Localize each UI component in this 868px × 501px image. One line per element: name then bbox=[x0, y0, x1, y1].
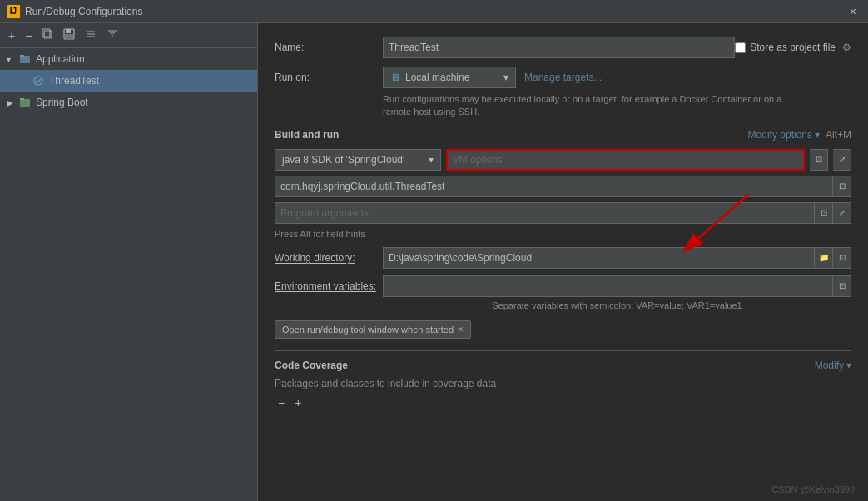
dropdown-caret: ▾ bbox=[503, 72, 508, 83]
copy-icon bbox=[42, 28, 53, 40]
svg-rect-9 bbox=[20, 98, 24, 100]
program-args-input[interactable] bbox=[275, 202, 815, 224]
sidebar-item-threadtest-label: ThreadTest bbox=[49, 75, 99, 87]
env-vars-expand-btn[interactable]: ⊡ bbox=[833, 275, 851, 297]
name-input[interactable] bbox=[383, 37, 735, 58]
modify-options-label: Modify options bbox=[748, 129, 812, 141]
modify-options-button[interactable]: Modify options ▾ Alt+M bbox=[748, 129, 851, 141]
class-expand-btn[interactable]: ⊡ bbox=[833, 176, 851, 197]
program-args-expand-btn[interactable]: ⊡ bbox=[815, 202, 833, 224]
program-args-row: ⊡ ⤢ bbox=[275, 202, 851, 224]
config-icon bbox=[32, 75, 44, 87]
sort-icon bbox=[107, 28, 118, 40]
move-icon bbox=[85, 28, 97, 40]
watermark: CSDN @Kelvin3999 bbox=[771, 484, 855, 494]
run-on-dropdown[interactable]: 🖥 Local machine ▾ bbox=[383, 67, 516, 88]
copy-config-button[interactable] bbox=[38, 27, 57, 44]
modify-options-shortcut: Alt+M bbox=[826, 129, 851, 141]
sep-hint: Separate variables with semicolon: VAR=v… bbox=[383, 300, 851, 310]
press-alt-hint: Press Alt for field hints bbox=[275, 229, 851, 239]
tag-row: Open run/debug tool window when started … bbox=[275, 320, 851, 339]
working-dir-label: Working directory: bbox=[275, 252, 383, 264]
sidebar-item-application-label: Application bbox=[36, 53, 85, 65]
sidebar-item-application[interactable]: ▾ Application bbox=[0, 48, 257, 70]
remove-config-button[interactable]: − bbox=[22, 27, 35, 44]
store-as-project-label: Store as project file bbox=[750, 42, 836, 53]
sidebar: + − bbox=[0, 23, 258, 501]
spring-folder-icon bbox=[19, 97, 31, 108]
store-as-project-checkbox[interactable] bbox=[735, 42, 746, 53]
coverage-modify-button[interactable]: Modify ▾ bbox=[815, 360, 851, 371]
vm-options-fullscreen-btn[interactable]: ⤢ bbox=[833, 149, 851, 171]
open-tool-window-tag: Open run/debug tool window when started … bbox=[275, 320, 471, 339]
manage-targets-link[interactable]: Manage targets... bbox=[524, 72, 602, 83]
main-container: + − bbox=[0, 23, 868, 501]
packages-label: Packages and classes to include in cover… bbox=[275, 378, 851, 389]
build-run-section-header: Build and run Modify options ▾ Alt+M bbox=[275, 129, 851, 141]
vm-options-input[interactable] bbox=[446, 149, 805, 171]
springboot-icon bbox=[18, 96, 32, 109]
program-args-fullscreen-btn[interactable]: ⤢ bbox=[833, 202, 851, 224]
svg-rect-1 bbox=[42, 29, 50, 37]
build-run-title: Build and run bbox=[275, 129, 339, 141]
svg-rect-5 bbox=[20, 56, 30, 63]
java-sdk-dropdown[interactable]: java 8 SDK of 'SpringCloud' ▾ bbox=[275, 149, 441, 171]
expand-arrow-application: ▾ bbox=[7, 55, 18, 64]
sort-config-button[interactable] bbox=[103, 27, 122, 44]
tag-close-button[interactable]: × bbox=[458, 324, 464, 335]
expand-arrow-springboot: ▶ bbox=[7, 98, 18, 107]
class-input[interactable] bbox=[275, 176, 833, 197]
env-vars-row: Environment variables: ⊡ bbox=[275, 275, 851, 297]
sidebar-toolbar: + − bbox=[0, 23, 257, 48]
code-coverage-title: Code Coverage bbox=[275, 360, 348, 371]
java-vm-row: java 8 SDK of 'SpringCloud' ▾ ⊡ ⤢ bbox=[275, 149, 851, 171]
vm-options-expand-btn[interactable]: ⊡ bbox=[810, 149, 828, 171]
move-config-button[interactable] bbox=[82, 27, 100, 44]
sidebar-item-springboot[interactable]: ▶ Spring Boot bbox=[0, 92, 257, 113]
svg-rect-3 bbox=[66, 29, 71, 33]
svg-rect-0 bbox=[44, 31, 52, 38]
coverage-modify-label: Modify bbox=[815, 360, 844, 371]
close-button[interactable]: × bbox=[845, 3, 861, 20]
env-vars-input[interactable] bbox=[383, 275, 833, 297]
working-dir-input[interactable] bbox=[383, 247, 815, 269]
run-on-row: Run on: 🖥 Local machine ▾ Manage targets… bbox=[275, 67, 851, 88]
name-row: Name: Store as project file ⚙ bbox=[275, 37, 851, 58]
java-sdk-value: java 8 SDK of 'SpringCloud' bbox=[282, 154, 404, 166]
env-vars-label: Environment variables: bbox=[275, 280, 383, 292]
add-config-button[interactable]: + bbox=[5, 27, 18, 44]
code-coverage-section: Code Coverage Modify ▾ bbox=[275, 350, 851, 371]
working-dir-expand-btn[interactable]: ⊡ bbox=[833, 247, 851, 269]
application-icon bbox=[18, 52, 32, 66]
sidebar-item-springboot-label: Spring Boot bbox=[36, 97, 88, 108]
coverage-modify-caret: ▾ bbox=[846, 360, 851, 371]
java-sdk-caret: ▾ bbox=[429, 154, 434, 166]
svg-rect-6 bbox=[20, 55, 24, 57]
tag-label: Open run/debug tool window when started bbox=[282, 325, 454, 335]
run-on-hint: Run configurations may be executed local… bbox=[383, 93, 799, 119]
svg-rect-8 bbox=[20, 99, 30, 107]
run-on-value: Local machine bbox=[405, 72, 469, 83]
app-icon: IJ bbox=[7, 5, 20, 18]
name-label: Name: bbox=[275, 42, 383, 53]
sidebar-tree: ▾ Application bbox=[0, 48, 257, 501]
save-icon bbox=[63, 28, 75, 40]
content-area: Name: Store as project file ⚙ Run on: 🖥 … bbox=[258, 23, 868, 501]
working-dir-row: Working directory: 📁 ⊡ bbox=[275, 247, 851, 269]
packages-toolbar: − + bbox=[275, 394, 851, 411]
modify-options-caret: ▾ bbox=[815, 129, 820, 141]
packages-add-btn[interactable]: + bbox=[291, 394, 305, 411]
working-dir-folder-btn[interactable]: 📁 bbox=[815, 247, 833, 269]
run-on-label: Run on: bbox=[275, 72, 383, 83]
store-as-project-row: Store as project file ⚙ bbox=[735, 42, 851, 53]
save-config-button[interactable] bbox=[60, 27, 78, 44]
threadtest-icon bbox=[32, 74, 45, 87]
local-machine-icon: 🖥 bbox=[390, 72, 400, 83]
class-row: ⊡ bbox=[275, 176, 851, 197]
app-folder-icon bbox=[19, 53, 31, 65]
sidebar-item-threadtest[interactable]: ThreadTest bbox=[0, 70, 257, 92]
title-bar: IJ Run/Debug Configurations × bbox=[0, 0, 868, 23]
arrow-threadtest bbox=[20, 77, 32, 86]
svg-rect-4 bbox=[65, 34, 73, 38]
packages-remove-btn[interactable]: − bbox=[275, 394, 288, 411]
